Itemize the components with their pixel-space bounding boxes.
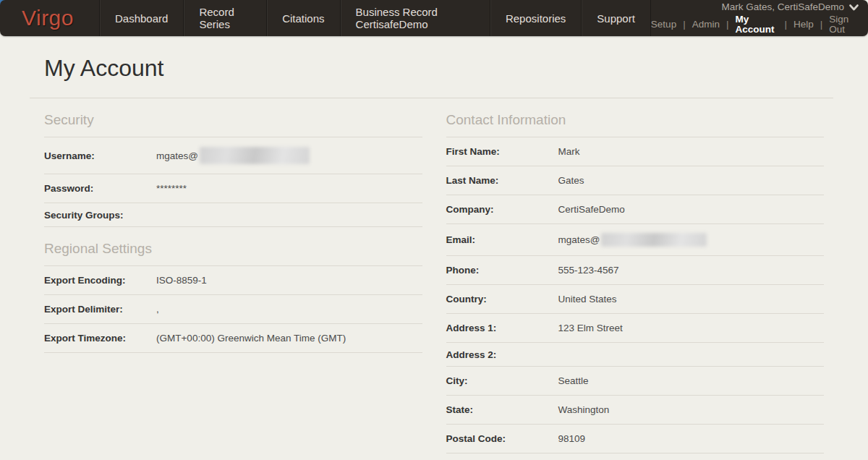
- field-label: First Name:: [446, 146, 558, 157]
- link-separator: |: [784, 20, 787, 30]
- field-label: Phone:: [446, 265, 558, 276]
- field-row-email: Email: mgates@: [446, 224, 825, 256]
- tab-citations[interactable]: Citations: [266, 0, 339, 36]
- field-row-first-name: First Name: Mark: [446, 137, 825, 166]
- section-heading-security: Security: [44, 98, 422, 137]
- field-value: ********: [156, 183, 187, 194]
- field-label: Export Encoding:: [44, 275, 156, 286]
- field-row-address-2: Address 2:: [446, 343, 825, 367]
- link-admin[interactable]: Admin: [692, 20, 720, 30]
- top-navbar: Virgo Dashboard Record Series Citations …: [0, 0, 868, 36]
- field-value: (GMT+00:00) Greenwich Mean Time (GMT): [156, 333, 346, 344]
- link-setup[interactable]: Setup: [651, 20, 676, 30]
- field-label: City:: [446, 375, 558, 386]
- field-label: Last Name:: [446, 175, 558, 186]
- field-label: Postal Code:: [446, 433, 558, 444]
- link-separator: |: [820, 20, 823, 30]
- field-label: State:: [446, 404, 558, 415]
- field-row-last-name: Last Name: Gates: [446, 166, 825, 195]
- field-label: Username:: [44, 150, 156, 161]
- link-help[interactable]: Help: [793, 20, 814, 30]
- field-row-postal-code: Postal Code: 98109: [446, 425, 825, 453]
- field-row-export-encoding: Export Encoding: ISO-8859-1: [44, 266, 422, 295]
- link-my-account[interactable]: My Account: [735, 14, 778, 34]
- user-menu[interactable]: Mark Gates, CertiSafeDemo: [721, 2, 859, 12]
- page-title: My Account: [44, 55, 833, 82]
- field-label: Company:: [446, 204, 558, 215]
- field-value: CertiSafeDemo: [558, 204, 625, 215]
- field-value: 98109: [558, 433, 586, 444]
- field-value: Gates: [558, 175, 584, 186]
- field-row-company: Company: CertiSafeDemo: [446, 195, 825, 224]
- field-label: Export Timezone:: [44, 333, 156, 344]
- field-label: Address 1:: [446, 323, 558, 333]
- field-value: ,: [156, 304, 159, 315]
- field-value: 555-123-4567: [558, 265, 619, 276]
- tab-business-record[interactable]: Business Record CertisafeDemo: [340, 0, 490, 36]
- field-row-export-timezone: Export Timezone: (GMT+00:00) Greenwich M…: [44, 324, 422, 353]
- link-sign-out[interactable]: Sign Out: [829, 14, 859, 34]
- field-value: mgates@: [558, 233, 707, 247]
- field-row-city: City: Seattle: [446, 367, 825, 396]
- tab-dashboard[interactable]: Dashboard: [99, 0, 183, 36]
- field-value: Washington: [558, 404, 610, 415]
- left-column: Security Username: mgates@ Password: ***…: [44, 98, 422, 453]
- field-label: Export Delimiter:: [44, 304, 156, 315]
- field-label: Security Groups:: [44, 210, 156, 221]
- field-row-username: Username: mgates@: [44, 137, 422, 174]
- field-row-security-groups: Security Groups:: [44, 203, 422, 227]
- redacted-value-blur: [200, 147, 310, 164]
- account-columns: Security Username: mgates@ Password: ***…: [35, 98, 833, 453]
- field-row-address-1: Address 1: 123 Elm Street: [446, 314, 825, 343]
- field-value: 123 Elm Street: [558, 323, 623, 333]
- field-label: Country:: [446, 294, 558, 304]
- field-row-phone: Phone: 555-123-4567: [446, 256, 825, 285]
- field-value: ISO-8859-1: [156, 275, 207, 286]
- field-row-password: Password: ********: [44, 174, 422, 203]
- utility-links: Setup | Admin | My Account | Help | Sign…: [651, 14, 859, 34]
- tab-repositories[interactable]: Repositories: [490, 0, 581, 36]
- virgo-logo[interactable]: Virgo: [0, 0, 99, 36]
- section-heading-regional: Regional Settings: [44, 227, 422, 266]
- field-label: Address 2:: [446, 349, 558, 360]
- field-label: Password:: [44, 183, 156, 194]
- main-content: My Account Security Username: mgates@ Pa…: [0, 36, 868, 453]
- section-heading-contact: Contact Information: [446, 98, 825, 137]
- link-separator: |: [726, 20, 729, 30]
- user-area: Mark Gates, CertiSafeDemo Setup | Admin …: [651, 0, 868, 36]
- right-column: Contact Information First Name: Mark Las…: [446, 98, 825, 453]
- field-value: mgates@: [156, 147, 310, 164]
- field-value: Seattle: [558, 375, 589, 386]
- user-name: Mark Gates, CertiSafeDemo: [721, 2, 844, 12]
- chevron-down-icon: [849, 4, 859, 11]
- field-row-country: Country: United States: [446, 285, 825, 314]
- field-label: Email:: [446, 234, 558, 245]
- tab-record-series[interactable]: Record Series: [183, 0, 266, 36]
- redacted-value-blur: [601, 233, 707, 247]
- field-value: United States: [558, 294, 617, 304]
- nav-tabs: Dashboard Record Series Citations Busine…: [99, 0, 651, 36]
- field-row-export-delimiter: Export Delimiter: ,: [44, 295, 422, 324]
- field-value: Mark: [558, 146, 580, 157]
- tab-support[interactable]: Support: [581, 0, 651, 36]
- field-row-state: State: Washington: [446, 396, 825, 425]
- link-separator: |: [683, 20, 686, 30]
